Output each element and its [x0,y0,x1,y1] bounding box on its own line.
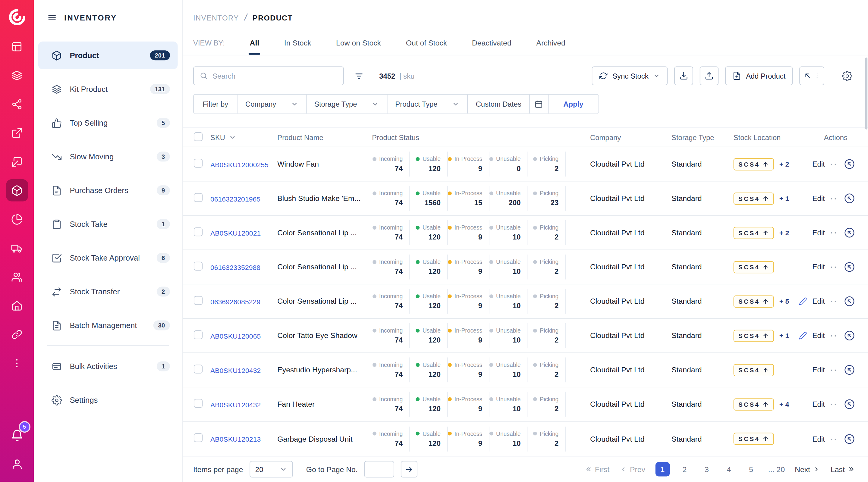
edit-link[interactable]: Edit [812,435,825,443]
sidebar-item-stock-take[interactable]: Stock Take1 [38,210,178,238]
calendar-button[interactable] [530,95,548,113]
row-checkbox[interactable] [194,296,203,304]
more-options-icon[interactable]: ·· [830,435,838,443]
rail-item-dashboard[interactable] [6,36,28,58]
rail-item-pie-chart[interactable] [6,208,28,230]
profile-button[interactable] [7,454,27,474]
first-page-button[interactable]: First [584,465,610,474]
rail-item-share[interactable] [6,93,28,115]
sync-stock-button[interactable]: Sync Stock [592,66,668,85]
open-product-icon[interactable] [844,330,855,342]
stock-location-pill[interactable]: SCS4 [734,364,774,376]
row-checkbox[interactable] [194,158,203,167]
location-more-link[interactable]: + 1 [779,332,789,340]
rail-item-package[interactable] [6,179,28,201]
edit-link[interactable]: Edit [812,160,825,168]
sku-link[interactable]: AB0SKU12000255 [210,161,269,169]
header-sku[interactable]: SKU [210,133,277,141]
sku-link[interactable]: 0616323352988 [210,264,260,271]
sku-link[interactable]: AB0SKU120432 [210,366,261,375]
more-options-icon[interactable]: ·· [830,263,838,271]
row-checkbox[interactable] [194,330,203,339]
stock-location-pill[interactable]: SCS4 [734,158,774,170]
sku-link[interactable]: 0616323201965 [210,195,260,203]
edit-link[interactable]: Edit [812,331,825,340]
rail-item-layers[interactable] [6,64,28,86]
sku-link[interactable]: 0636926085229 [210,298,260,306]
location-more-link[interactable]: + 1 [779,195,789,202]
open-product-icon[interactable] [844,433,855,445]
location-more-link[interactable]: + 4 [779,400,789,408]
edit-link[interactable]: Edit [812,229,825,237]
page-ellipsis[interactable]: ... 20 [768,465,785,474]
row-checkbox[interactable] [194,364,203,373]
open-product-icon[interactable] [844,398,855,410]
rail-item-more[interactable] [6,352,28,374]
row-checkbox[interactable] [194,433,203,442]
open-product-icon[interactable] [844,261,855,273]
location-more-link[interactable]: + 5 [779,297,789,305]
sku-link[interactable]: AB0SKU120021 [210,229,261,237]
open-product-icon[interactable] [844,158,855,170]
sidebar-item-kit-product[interactable]: Kit Product131 [38,75,178,103]
search-input[interactable] [213,72,338,80]
edit-link[interactable]: Edit [812,194,825,203]
expand-button[interactable] [799,66,824,85]
sidebar-item-top-selling[interactable]: Top Selling5 [38,109,178,137]
rail-item-truck[interactable] [6,237,28,259]
sidebar-item-stock-take-approval[interactable]: Stock Take Approval6 [38,244,178,272]
filter-product-type[interactable]: Product Type [388,95,468,113]
sidebar-item-stock-transfer[interactable]: Stock Transfer2 [38,278,178,306]
goto-page-button[interactable] [401,461,417,478]
edit-link[interactable]: Edit [812,366,825,374]
page-5[interactable]: 5 [744,462,758,477]
tab-low-on-stock[interactable]: Low on Stock [336,39,381,55]
tab-archived[interactable]: Archived [536,39,565,55]
sku-link[interactable]: AB0SKU120432 [210,401,261,409]
open-product-icon[interactable] [844,295,855,307]
breadcrumb-parent[interactable]: INVENTORY [193,13,239,22]
add-product-button[interactable]: Add Product [725,66,793,85]
brand-logo[interactable] [7,8,26,27]
prev-page-button[interactable]: Prev [619,465,645,474]
menu-icon[interactable] [47,12,57,22]
notifications-button[interactable]: 5 [7,425,27,445]
page-1[interactable]: 1 [655,462,670,477]
goto-page-input[interactable] [364,461,394,478]
edit-link[interactable]: Edit [812,297,825,306]
upload-button[interactable] [700,66,718,85]
open-product-icon[interactable] [844,227,855,238]
open-product-icon[interactable] [844,193,855,204]
more-options-icon[interactable]: ·· [830,297,838,306]
rail-item-import[interactable] [6,151,28,172]
download-button[interactable] [675,66,693,85]
sidebar-item-batch-management[interactable]: Batch Management30 [38,312,178,339]
rail-item-export[interactable] [6,122,28,144]
location-more-link[interactable]: + 2 [779,229,789,236]
more-options-icon[interactable]: ·· [830,366,838,374]
location-more-link[interactable]: + 2 [779,160,789,168]
sku-link[interactable]: AB0SKU120213 [210,436,261,444]
tab-in-stock[interactable]: In Stock [284,39,311,55]
row-checkbox[interactable] [194,193,203,201]
more-options-icon[interactable]: ·· [830,400,838,409]
stock-location-pill[interactable]: SCS4 [734,192,774,204]
tab-deactivated[interactable]: Deactivated [472,39,512,55]
more-options-icon[interactable]: ·· [830,331,838,340]
rail-item-users[interactable] [6,266,28,288]
filter-storage-type[interactable]: Storage Type [307,95,387,113]
stock-location-pill[interactable]: SCS4 [734,398,774,410]
settings-button[interactable] [839,67,855,84]
edit-link[interactable]: Edit [812,263,825,271]
row-checkbox[interactable] [194,227,203,236]
tab-out-of-stock[interactable]: Out of Stock [406,39,447,55]
row-checkbox[interactable] [194,261,203,270]
stock-location-pill[interactable]: SCS4 [734,227,774,238]
page-4[interactable]: 4 [721,462,736,477]
stock-location-pill[interactable]: SCS4 [734,329,774,342]
sidebar-item-purchase-orders[interactable]: Purchase Orders9 [38,176,178,204]
sidebar-item-bulk-activities[interactable]: Bulk Activities1 [38,352,178,380]
sku-link[interactable]: AB0SKU120065 [210,332,261,340]
pencil-icon[interactable] [799,331,807,340]
open-product-icon[interactable] [844,364,855,376]
